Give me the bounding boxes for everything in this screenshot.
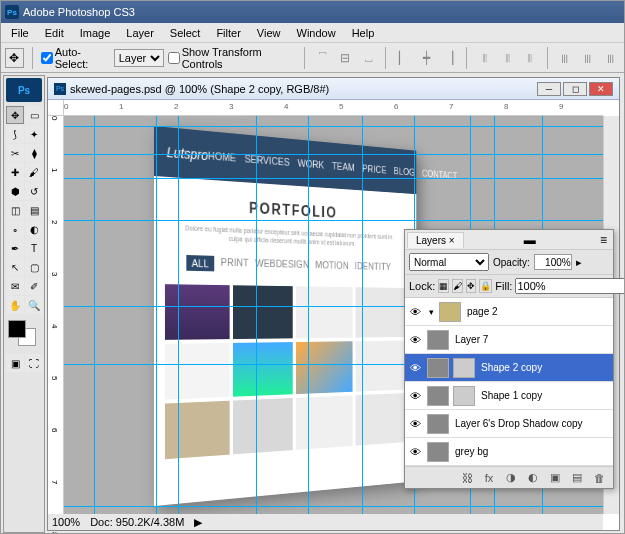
link-layers-icon[interactable]: ⛓ (459, 472, 475, 484)
ruler-origin[interactable] (48, 100, 64, 116)
visibility-toggle[interactable]: 👁 (405, 418, 425, 430)
distribute-bottom-icon[interactable]: ⫴ (521, 48, 540, 68)
visibility-toggle[interactable]: 👁 (405, 334, 425, 346)
visibility-toggle[interactable]: 👁 (405, 446, 425, 458)
layers-tab[interactable]: Layers × (407, 232, 464, 248)
menu-view[interactable]: View (249, 25, 289, 41)
lasso-tool[interactable]: ⟆ (6, 125, 24, 143)
guide-vertical[interactable] (308, 116, 309, 514)
move-tool-icon[interactable]: ✥ (5, 48, 24, 68)
align-vcenter-icon[interactable]: ⊟ (336, 48, 355, 68)
zoom-readout[interactable]: 100% (52, 516, 80, 528)
quickmask-toggle[interactable]: ▣ (6, 354, 24, 372)
eraser-tool[interactable]: ◫ (6, 201, 24, 219)
layer-mask-icon[interactable]: ◑ (503, 471, 519, 484)
distribute-left-icon[interactable]: ⫼ (556, 48, 575, 68)
guide-vertical[interactable] (256, 116, 257, 514)
status-chevron-icon[interactable]: ▶ (194, 516, 202, 529)
align-left-icon[interactable]: ▏ (394, 48, 413, 68)
heal-tool[interactable]: ✚ (6, 163, 24, 181)
layer-thumbnail[interactable] (427, 442, 449, 462)
layer-thumbnail[interactable] (427, 358, 449, 378)
guide-vertical[interactable] (362, 116, 363, 514)
distribute-vcenter-icon[interactable]: ⫴ (498, 48, 517, 68)
align-right-icon[interactable]: ▕ (440, 48, 459, 68)
menu-layer[interactable]: Layer (118, 25, 162, 41)
menu-filter[interactable]: Filter (208, 25, 248, 41)
group-arrow-icon[interactable]: ▾ (425, 307, 437, 317)
gradient-tool[interactable]: ▤ (25, 201, 43, 219)
layer-name[interactable]: Layer 7 (451, 334, 613, 345)
layers-panel[interactable]: Layers × ▬ ≡ Normal Opacity: ▸ Lock: ▦ 🖌… (404, 229, 614, 489)
menu-help[interactable]: Help (344, 25, 383, 41)
menu-image[interactable]: Image (72, 25, 119, 41)
menu-select[interactable]: Select (162, 25, 209, 41)
layer-name[interactable]: grey bg (451, 446, 613, 457)
stamp-tool[interactable]: ⬢ (6, 182, 24, 200)
new-layer-icon[interactable]: ▤ (569, 471, 585, 484)
vector-mask-thumbnail[interactable] (453, 358, 475, 378)
layer-thumbnail[interactable] (427, 330, 449, 350)
color-swatches[interactable] (6, 320, 42, 350)
layer-name[interactable]: page 2 (463, 306, 613, 317)
align-hcenter-icon[interactable]: ┿ (417, 48, 436, 68)
layer-name[interactable]: Layer 6's Drop Shadow copy (451, 418, 613, 429)
move-tool[interactable]: ✥ (6, 106, 24, 124)
menu-window[interactable]: Window (289, 25, 344, 41)
distribute-top-icon[interactable]: ⫴ (475, 48, 494, 68)
adjustment-layer-icon[interactable]: ◐ (525, 471, 541, 484)
panel-menu-icon[interactable]: ≡ (596, 233, 611, 247)
layer-name[interactable]: Shape 2 copy (477, 362, 613, 373)
vector-mask-thumbnail[interactable] (453, 386, 475, 406)
opacity-input[interactable] (534, 254, 572, 270)
lock-pixels-icon[interactable]: 🖌 (452, 279, 463, 293)
guide-horizontal[interactable] (64, 178, 603, 179)
close-button[interactable]: ✕ (589, 82, 613, 96)
visibility-toggle[interactable]: 👁 (405, 362, 425, 374)
crop-tool[interactable]: ✂ (6, 144, 24, 162)
layer-row[interactable]: 👁Shape 2 copy (405, 354, 613, 382)
layer-row[interactable]: 👁Shape 1 copy (405, 382, 613, 410)
notes-tool[interactable]: ✉ (6, 277, 24, 295)
foreground-color[interactable] (8, 320, 26, 338)
marquee-tool[interactable]: ▭ (25, 106, 43, 124)
document-titlebar[interactable]: Ps skewed-pages.psd @ 100% (Shape 2 copy… (48, 78, 619, 100)
guide-vertical[interactable] (94, 116, 95, 514)
panel-close-icon[interactable]: ▬ (520, 233, 540, 247)
layer-row[interactable]: 👁grey bg (405, 438, 613, 466)
new-group-icon[interactable]: ▣ (547, 471, 563, 484)
maximize-button[interactable]: ◻ (563, 82, 587, 96)
blend-mode-select[interactable]: Normal (409, 253, 489, 271)
layer-row[interactable]: 👁Layer 6's Drop Shadow copy (405, 410, 613, 438)
lock-transparency-icon[interactable]: ▦ (438, 279, 449, 293)
guide-horizontal[interactable] (64, 154, 603, 155)
guide-horizontal[interactable] (64, 506, 603, 507)
guide-vertical[interactable] (178, 116, 179, 514)
eyedropper-tool[interactable]: ✐ (25, 277, 43, 295)
type-tool[interactable]: T (25, 239, 43, 257)
pen-tool[interactable]: ✒ (6, 239, 24, 257)
doc-stats[interactable]: Doc: 950.2K/4.38M (90, 516, 184, 528)
guide-vertical[interactable] (156, 116, 157, 514)
fill-input[interactable] (515, 278, 625, 294)
history-brush-tool[interactable]: ↺ (25, 182, 43, 200)
menu-edit[interactable]: Edit (37, 25, 72, 41)
align-bottom-icon[interactable]: ⎵ (359, 48, 378, 68)
guide-horizontal[interactable] (64, 126, 603, 127)
layer-fx-icon[interactable]: fx (481, 472, 497, 484)
layer-row[interactable]: 👁Layer 7 (405, 326, 613, 354)
delete-layer-icon[interactable]: 🗑 (591, 472, 607, 484)
opacity-chevron-icon[interactable]: ▸ (576, 256, 582, 269)
menu-file[interactable]: File (3, 25, 37, 41)
wand-tool[interactable]: ✦ (25, 125, 43, 143)
auto-select-checkbox[interactable] (41, 52, 53, 64)
lock-all-icon[interactable]: 🔒 (479, 279, 492, 293)
zoom-tool[interactable]: 🔍 (25, 296, 43, 314)
show-transform-checkbox[interactable] (168, 52, 180, 64)
layer-row[interactable]: 👁▾page 2 (405, 298, 613, 326)
layer-thumbnail[interactable] (427, 414, 449, 434)
distribute-right-icon[interactable]: ⫼ (601, 48, 620, 68)
brush-tool[interactable]: 🖌 (25, 163, 43, 181)
dodge-tool[interactable]: ◐ (25, 220, 43, 238)
align-top-icon[interactable]: ⎴ (313, 48, 332, 68)
